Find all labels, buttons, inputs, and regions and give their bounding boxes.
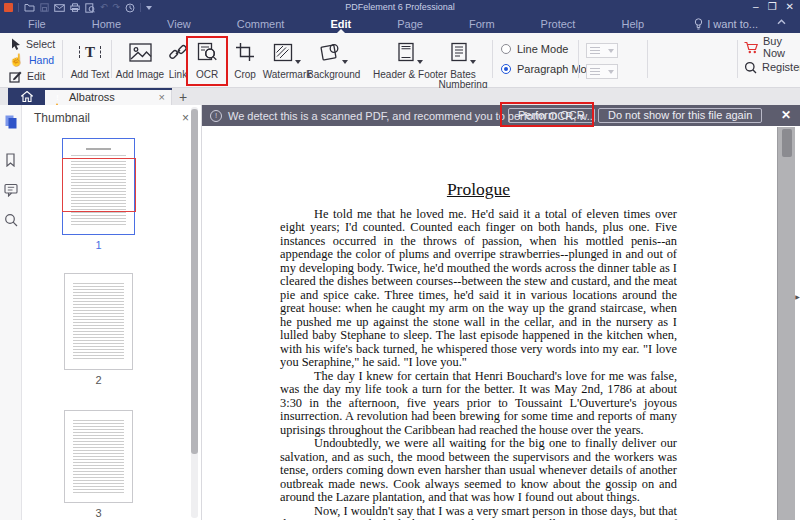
line-mode-radio[interactable]: Line Mode [501, 42, 599, 56]
dropdown-caret-icon [608, 70, 614, 74]
background-dropdown-icon [342, 60, 348, 64]
page-number-2: 2 [62, 374, 135, 386]
home-tab[interactable] [8, 88, 45, 105]
history-icon[interactable] [125, 3, 135, 13]
redo-icon[interactable]: ↷ [113, 3, 121, 12]
page-thumbnail-1[interactable] [62, 138, 135, 235]
bates-numbering-icon [450, 42, 468, 62]
list-lines-icon [590, 47, 600, 55]
collapse-ribbon-icon[interactable] [777, 19, 786, 25]
thumbnail-panel-icon[interactable] [0, 111, 21, 133]
divider [111, 40, 112, 78]
paragraph: Now, I wouldn't say that I was a very sm… [280, 505, 677, 520]
quick-access-toolbar: ↶ ↷ [4, 1, 152, 14]
tab-close-icon[interactable]: × [159, 91, 165, 103]
purchase-group: Buy Now Register [744, 40, 800, 74]
hand-tool[interactable]: ☝ Hand [9, 52, 55, 68]
menu-edit[interactable]: Edit [330, 18, 351, 30]
menu-form[interactable]: Form [469, 18, 495, 30]
active-tab-indicator [8, 88, 172, 90]
scrollbar-thumb[interactable] [191, 109, 198, 454]
menu-protect[interactable]: Protect [541, 18, 576, 30]
divider [492, 40, 493, 78]
thumbnail-scrollbar[interactable] [191, 107, 198, 518]
perform-ocr-button[interactable]: Perform OCR [508, 108, 595, 123]
register-button[interactable]: Register [744, 60, 800, 74]
menu-comment[interactable]: Comment [237, 18, 285, 30]
add-image-button[interactable]: Add Image [114, 36, 166, 80]
cart-icon [744, 41, 758, 54]
buy-now-button[interactable]: Buy Now [744, 40, 800, 54]
scrollbar-thumb[interactable] [782, 129, 792, 157]
radio-unchecked-icon [501, 44, 511, 54]
menu-home[interactable]: Home [92, 18, 121, 30]
new-tab-button[interactable]: + [172, 88, 194, 105]
document-scrollbar[interactable] [777, 127, 795, 520]
ocr-button[interactable]: OCR [192, 36, 222, 80]
undo-icon[interactable]: ↶ [100, 3, 108, 12]
email-icon[interactable] [54, 4, 65, 12]
ocr-icon [197, 42, 218, 62]
link-button[interactable]: Link [164, 36, 192, 80]
menu-help[interactable]: Help [621, 18, 644, 30]
navigation-panel-strip [0, 105, 22, 520]
menu-file[interactable]: File [28, 18, 46, 30]
chapter-heading: Prologue [280, 183, 677, 197]
background-icon [319, 42, 340, 62]
add-text-button[interactable]: T Add Text [66, 36, 114, 80]
expand-right-panel-icon[interactable]: ▶ [795, 289, 800, 303]
print-icon[interactable] [70, 3, 80, 12]
search-panel-icon[interactable] [0, 209, 21, 231]
hand-label: Hand [29, 54, 54, 66]
close-button[interactable]: ✕ [786, 0, 794, 14]
menu-view[interactable]: View [167, 18, 191, 30]
minimize-button[interactable]: – [753, 0, 759, 14]
thumbnail-panel: Thumbnail × 1 2 3 [22, 105, 202, 520]
radio-checked-icon [501, 64, 511, 74]
open-folder-icon[interactable] [24, 3, 35, 12]
divider [62, 40, 63, 78]
document-tab-title: Albatross [69, 91, 115, 103]
dropdown-caret-icon [608, 49, 614, 53]
bookmark-panel-icon[interactable] [0, 149, 21, 171]
i-want-to-label: I want to... [707, 18, 758, 30]
watermark-button[interactable]: Watermark [261, 36, 313, 80]
bullet-list-dropdown[interactable] [586, 64, 618, 79]
document-tab-albatross[interactable]: ! Albatross × [45, 88, 172, 105]
dismiss-notification-button[interactable]: Do not show for this file again [598, 108, 762, 123]
crop-button[interactable]: Crop [228, 36, 262, 80]
edit-tool[interactable]: Edit [9, 68, 55, 84]
notification-close-icon[interactable]: ✕ [781, 108, 791, 122]
mini-page-heading [86, 148, 112, 150]
thumbnail-panel-header: Thumbnail × [22, 105, 201, 130]
ribbon-toolbar: Select ☝ Hand Edit T Add Text Add Image … [0, 33, 800, 88]
select-tool[interactable]: Select [9, 36, 55, 52]
panel-close-icon[interactable]: × [182, 111, 189, 125]
maximize-button[interactable]: ❐ [768, 0, 777, 14]
customize-toolbar-caret-icon[interactable] [146, 6, 152, 10]
background-button[interactable]: Background [307, 36, 359, 80]
divider [18, 3, 19, 12]
line-mode-label: Line Mode [517, 43, 568, 55]
paragraph: The day I knew for certain that Henri Bo… [280, 370, 677, 438]
numbered-list-dropdown[interactable] [586, 43, 618, 58]
save-icon[interactable] [40, 3, 49, 12]
info-icon: ! [210, 110, 222, 122]
paragraph-mode-radio[interactable]: Paragraph Mode [501, 62, 599, 76]
menu-page[interactable]: Page [397, 18, 423, 30]
page-thumbnail-2[interactable] [64, 273, 133, 370]
add-text-icon: T [79, 46, 101, 58]
list-lines-icon [590, 68, 600, 76]
add-image-icon [129, 43, 152, 62]
bates-numbering-button[interactable]: Bates Numbering [437, 36, 489, 90]
list-format-group [586, 43, 618, 79]
title-bar: ↶ ↷ PDFelement 6 Professional – ❐ ✕ [0, 0, 800, 15]
page-thumbnail-3[interactable] [64, 410, 133, 503]
panel-title: Thumbnail [34, 111, 90, 125]
preview-document-icon[interactable] [85, 3, 95, 13]
i-want-to-search[interactable]: I want to... [694, 15, 758, 33]
comment-panel-icon[interactable] [0, 179, 21, 201]
buy-now-label: Buy Now [763, 35, 800, 59]
select-label: Select [26, 38, 55, 50]
warning-icon: ! [51, 91, 64, 102]
